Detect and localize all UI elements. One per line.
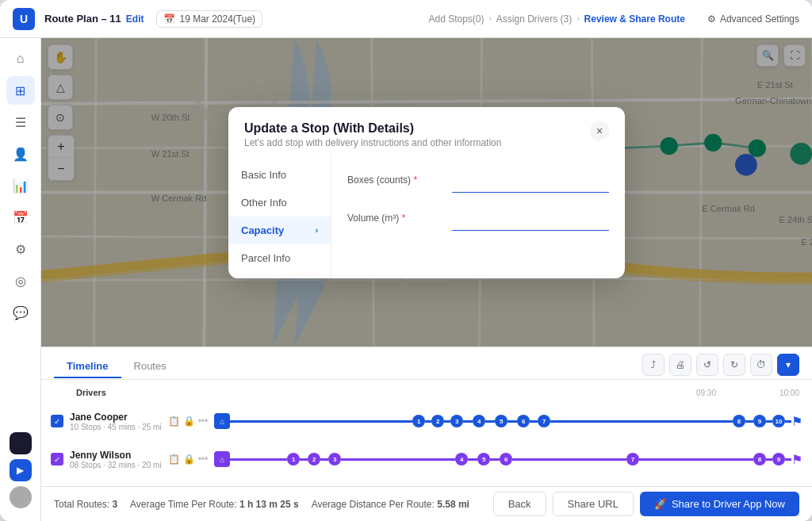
share-driver-app-button[interactable]: 🚀 Share to Driver App Now (640, 492, 799, 516)
stop-1-jenny[interactable]: 1 (287, 453, 300, 465)
modal-overlay: Update a Stop (With Details) Let's add s… (41, 38, 812, 347)
redo-button[interactable]: ↻ (723, 354, 745, 376)
stop-6-jenny[interactable]: 6 (500, 453, 512, 465)
share-url-button[interactable]: Share URL (553, 492, 634, 516)
sidebar-item-routes[interactable]: ⊞ (6, 76, 35, 105)
stop-3-jane[interactable]: 3 (450, 415, 463, 427)
lock-icon-jane: 🔒 (183, 416, 195, 427)
stop-3-jenny[interactable]: 3 (328, 453, 341, 465)
volume-label: Volume (m³) * (347, 213, 442, 224)
date-picker[interactable]: 📅 19 Mar 2024(Tue) (156, 10, 262, 28)
bottom-tabs: Timeline Routes ⤴ 🖨 ↺ ↻ ⏱ ▾ (41, 347, 812, 380)
line-jane-9 (766, 420, 772, 423)
line-jane-7 (550, 420, 733, 423)
stop-6-jane[interactable]: 6 (517, 415, 530, 427)
stop-10-jane[interactable]: 10 (772, 415, 785, 427)
stop-2-jane[interactable]: 2 (431, 415, 444, 427)
line-jane-8 (745, 420, 753, 423)
stop-8-jenny[interactable]: 8 (753, 453, 766, 465)
drivers-header-row: Drivers 09:30 10:00 (41, 383, 812, 402)
drivers-list: Drivers 09:30 10:00 ✓ Jane Cooper 10 Sto… (41, 380, 812, 486)
sidebar-item-chat[interactable]: 💬 (6, 298, 35, 327)
tab-routes[interactable]: Routes (121, 355, 179, 378)
form-row-volume: Volume (m³) * (347, 205, 609, 231)
time-label-1: 09:30 (696, 389, 716, 397)
required-marker: * (413, 174, 417, 186)
nav-capacity[interactable]: Capacity › (228, 216, 331, 244)
gear-icon: ⚙ (707, 13, 716, 25)
driver-check-jenny[interactable]: ✓ (51, 453, 63, 465)
nav-parcel-info[interactable]: Parcel Info (228, 244, 331, 272)
stop-4-jane[interactable]: 4 (473, 415, 485, 427)
total-routes-stat: Total Routes: 3 (54, 499, 117, 510)
timeline-bar-jenny: ⌂ 1 2 3 4 5 6 (214, 451, 802, 467)
stop-9-jane[interactable]: 9 (753, 415, 766, 427)
stop-7-jenny[interactable]: 7 (626, 453, 639, 465)
nav-basic-info[interactable]: Basic Info (228, 161, 331, 189)
share-driver-icon: 🚀 (654, 498, 667, 510)
sidebar-item-user[interactable]: 👤 (6, 140, 35, 168)
breadcrumb-step-3[interactable]: Review & Share Route (584, 13, 685, 25)
drivers-column-header: Drivers (76, 388, 147, 397)
stop-9-jenny[interactable]: 9 (772, 453, 785, 465)
modal-body: Basic Info Other Info Capacity › Parcel … (228, 155, 625, 278)
line-jane-2 (444, 420, 450, 423)
driver-row-kristin: ✓ Kristin Watson 07 Stops · 26 mins · 19… (41, 478, 812, 486)
app-store-icon[interactable] (10, 432, 32, 454)
edit-route-button[interactable]: Edit (126, 13, 144, 25)
share-action-button[interactable]: ⤴ (642, 354, 665, 376)
play-store-icon[interactable]: ▶ (10, 459, 32, 481)
modal-title-section: Update a Stop (With Details) Let's add s… (244, 121, 501, 148)
nav-other-info[interactable]: Other Info (228, 189, 331, 216)
line-jane-3 (463, 420, 473, 423)
stop-4-jenny[interactable]: 4 (455, 453, 468, 465)
sidebar-item-settings[interactable]: ⚙ (6, 235, 35, 263)
avg-time-stat: Average Time Per Route: 1 h 13 m 25 s (130, 499, 299, 510)
driver-name-jane: Jane Cooper (70, 412, 162, 423)
driver-info-jenny: Jenny Wilson 08 Stops · 32 mins · 20 mi (70, 450, 162, 469)
stop-5-jenny[interactable]: 5 (477, 453, 490, 465)
advanced-settings-button[interactable]: ⚙ Advanced Settings (707, 13, 799, 25)
driver-check-jane[interactable]: ✓ (51, 415, 63, 427)
user-avatar[interactable] (10, 486, 32, 508)
calendar-icon-jenny: 📋 (168, 454, 180, 465)
history-button[interactable]: ⏱ (750, 354, 772, 376)
sidebar-item-chart[interactable]: 📊 (6, 171, 35, 200)
stop-5-jane[interactable]: 5 (495, 415, 508, 427)
stop-7-jane[interactable]: 7 (538, 415, 550, 427)
breadcrumb-arrow-2: › (576, 14, 579, 23)
sidebar-item-location[interactable]: ◎ (6, 266, 35, 295)
stop-8-jane[interactable]: 8 (733, 415, 745, 427)
app-logo: U (13, 8, 35, 30)
undo-button[interactable]: ↺ (696, 354, 718, 376)
print-action-button[interactable]: 🖨 (669, 354, 691, 376)
breadcrumb-step-1[interactable]: Add Stops(0) (428, 13, 484, 25)
sidebar-item-calendar[interactable]: 📅 (6, 203, 35, 232)
calendar-icon: 📅 (163, 13, 175, 25)
flag-icon-jane: ⚑ (791, 414, 802, 429)
sidebar-item-list[interactable]: ☰ (6, 108, 35, 136)
back-button[interactable]: Back (493, 492, 546, 516)
tab-timeline[interactable]: Timeline (54, 355, 121, 378)
modal-close-button[interactable]: × (590, 121, 609, 140)
expand-button[interactable]: ▾ (777, 354, 799, 376)
stop-1-jane[interactable]: 1 (412, 415, 425, 427)
modal-header: Update a Stop (With Details) Let's add s… (228, 107, 625, 155)
calendar-icon-jane: 📋 (168, 416, 180, 427)
breadcrumb: Add Stops(0) › Assign Drivers (3) › Revi… (428, 13, 684, 25)
stop-2-jenny[interactable]: 2 (308, 453, 320, 465)
driver-stats-jenny: 08 Stops · 32 mins · 20 mi (70, 461, 162, 469)
volume-input[interactable] (452, 205, 609, 231)
driver-name-jenny: Jenny Wilson (70, 450, 162, 461)
more-icon-jenny[interactable]: ••• (198, 454, 209, 465)
more-icon-jane[interactable]: ••• (198, 416, 209, 427)
line-jane-4 (485, 420, 495, 423)
modal-subtitle: Let's add stop with delivery instruction… (244, 137, 501, 148)
nav-chevron-icon: › (316, 226, 318, 235)
boxes-input[interactable] (452, 167, 609, 193)
breadcrumb-step-2[interactable]: Assign Drivers (3) (496, 13, 572, 25)
map-area[interactable]: 1 2 3 5 6 7 (41, 38, 812, 347)
top-bar: U Route Plan – 11 Edit 📅 19 Mar 2024(Tue… (0, 0, 812, 38)
route-line-jane (230, 420, 412, 423)
sidebar-item-home[interactable]: ⌂ (6, 44, 35, 73)
